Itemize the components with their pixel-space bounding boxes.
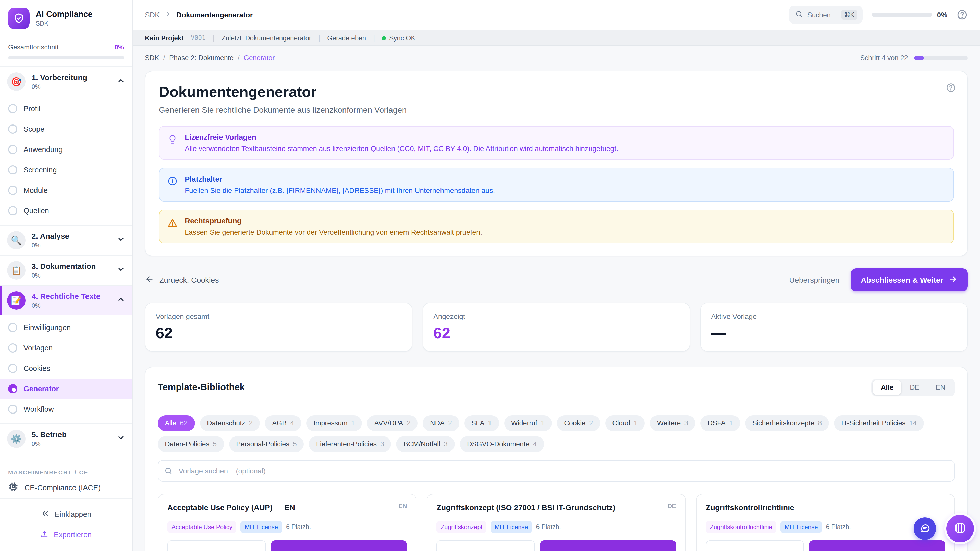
filter-chip-nda[interactable]: NDA2 (423, 415, 459, 431)
ce-compliance-label: CE-Compliance (IACE) (24, 483, 100, 492)
chip-label: AVV/DPA (374, 419, 403, 427)
sync-ok-dot (382, 36, 386, 40)
filter-chip-widerruf[interactable]: Widerruf1 (504, 415, 552, 431)
section-header-2-analyse[interactable]: 🔍2. Analyse0% (0, 225, 132, 255)
info-icon (167, 176, 178, 194)
skip-button[interactable]: Ueberspringen (789, 275, 839, 284)
template-preview-button[interactable] (706, 540, 804, 551)
filter-chip-personal-policies[interactable]: Personal-Policies5 (229, 436, 304, 452)
filter-chip-bcm-notfall[interactable]: BCM/Notfall3 (396, 436, 455, 452)
stat-label: Angezeigt (433, 312, 679, 321)
sidebar-item-quellen[interactable]: Quellen (0, 200, 132, 221)
project-status: Kein Projekt (145, 34, 184, 41)
sidebar-item-scope[interactable]: Scope (0, 119, 132, 139)
sidebar-item-ce-compliance[interactable]: CE-Compliance (IACE) (8, 482, 124, 493)
app-title: AI Compliance (36, 10, 92, 19)
sidebar-item-screening[interactable]: Screening (0, 160, 132, 180)
chip-label: AGB (272, 419, 286, 427)
template-category-tag: Zugriffskonzept (437, 521, 487, 533)
sidebar-item-label: Workflow (24, 405, 54, 413)
filter-chip-sla[interactable]: SLA1 (464, 415, 499, 431)
clipboard-icon: 📋 (7, 261, 25, 279)
sidebar-item-label: Profil (24, 105, 40, 113)
sidebar-item-profil[interactable]: Profil (0, 98, 132, 119)
template-generate-button[interactable] (809, 540, 945, 551)
sidebar-item-anwendung[interactable]: Anwendung (0, 139, 132, 160)
template-preview-button[interactable] (167, 540, 266, 551)
sidebar-item-generator[interactable]: Generator (0, 379, 132, 399)
back-button[interactable]: Zurueck: Cookies (145, 275, 219, 285)
chevron-up-icon (117, 76, 125, 87)
global-search-button[interactable]: Suchen... ⌘K (789, 6, 862, 24)
topbar-breadcrumb-sdk[interactable]: SDK (145, 11, 160, 19)
filter-chip-datenschutz[interactable]: Datenschutz2 (200, 415, 260, 431)
divider: / (163, 54, 165, 62)
sidebar-item-cookies[interactable]: Cookies (0, 358, 132, 379)
section-header-5-betrieb[interactable]: ⚙️5. Betrieb0% (0, 424, 132, 454)
filter-chip-impressum[interactable]: Impressum1 (306, 415, 362, 431)
sidebar-item-einwilligungen[interactable]: Einwilligungen (0, 318, 132, 338)
sidebar-item-vorlagen[interactable]: Vorlagen (0, 338, 132, 358)
sidebar-item-workflow[interactable]: Workflow (0, 399, 132, 419)
radio-icon (8, 364, 18, 373)
sidebar-item-module[interactable]: Module (0, 180, 132, 200)
filter-chip-sicherheitskonzepte[interactable]: Sicherheitskonzepte8 (745, 415, 829, 431)
lang-tab-alle[interactable]: Alle (873, 380, 902, 395)
template-preview-button[interactable] (437, 540, 535, 551)
filter-chip-dsfa[interactable]: DSFA1 (700, 415, 740, 431)
filter-chip-dsgvo-dokumente[interactable]: DSGVO-Dokumente4 (460, 436, 544, 452)
filter-chip-daten-policies[interactable]: Daten-Policies5 (158, 436, 224, 452)
lang-tab-de[interactable]: DE (902, 380, 928, 395)
stat-card-shown: Angezeigt 62 (423, 303, 690, 351)
template-generate-button[interactable] (271, 540, 407, 551)
radio-icon (8, 165, 18, 175)
chat-bubble-icon (919, 522, 931, 535)
filter-chip-lieferanten-policies[interactable]: Lieferanten-Policies3 (309, 436, 391, 452)
section-items: EinwilligungenVorlagenCookiesGeneratorWo… (0, 315, 132, 424)
search-shortcut-kbd: ⌘K (841, 10, 858, 20)
template-language-badge: EN (398, 503, 407, 510)
stat-value: — (711, 324, 957, 342)
section-header-3-dokumentation[interactable]: 📋3. Dokumentation0% (0, 256, 132, 285)
chevron-down-icon (117, 265, 125, 275)
template-generate-button[interactable] (540, 540, 676, 551)
overall-progress-bar (8, 56, 124, 59)
chip-label: Personal-Policies (236, 440, 290, 448)
machine-law-label: MASCHINENRECHT / CE (8, 469, 124, 475)
panel-columns-fab[interactable] (946, 515, 974, 542)
section-progress: 0% (32, 83, 87, 90)
notice-body: Fuellen Sie die Platzhalter (z.B. [FIRME… (185, 186, 495, 194)
collapse-sidebar-button[interactable]: Einklappen (0, 504, 132, 524)
radio-selected-icon (8, 384, 18, 393)
divider: | (213, 34, 215, 41)
filter-chip-cloud[interactable]: Cloud1 (605, 415, 645, 431)
filter-chip-cookie[interactable]: Cookie2 (557, 415, 600, 431)
sidebar-section-2-analyse: 🔍2. Analyse0% (0, 225, 132, 256)
library-header: Template-Bibliothek Alle DE EN (158, 379, 955, 406)
template-search-input[interactable] (158, 460, 955, 482)
feedback-chat-fab[interactable] (914, 517, 936, 540)
stats-row: Vorlagen gesamt 62 Angezeigt 62 Aktive V… (145, 303, 968, 351)
chip-count: 1 (541, 419, 545, 427)
hero-help-icon[interactable] (946, 83, 956, 94)
finish-next-button[interactable]: Abschliessen & Weiter (851, 268, 968, 291)
export-button[interactable]: Exportieren (0, 524, 132, 545)
generator-hero-card: Dokumentengenerator Generieren Sie recht… (145, 71, 968, 256)
breadcrumb-phase[interactable]: Phase 2: Dokumente (169, 54, 234, 62)
chip-label: DSFA (708, 419, 725, 427)
filter-chip-agb[interactable]: AGB4 (265, 415, 301, 431)
sidebar-item-label: Module (24, 186, 48, 194)
breadcrumb-sdk[interactable]: SDK (145, 54, 159, 62)
filter-chip-weitere[interactable]: Weitere3 (650, 415, 695, 431)
template-title: Zugriffskonzept (ISO 27001 / BSI IT-Grun… (437, 503, 620, 513)
help-button[interactable] (956, 9, 968, 21)
section-header-4-rechtliche-texte[interactable]: 📝4. Rechtliche Texte0% (0, 286, 132, 315)
section-header-1-vorbereitung[interactable]: 🎯1. Vorbereitung0% (0, 67, 132, 97)
sidebar-nav: 🎯1. Vorbereitung0%ProfilScopeAnwendungSc… (0, 67, 132, 463)
filter-chip-avv-dpa[interactable]: AVV/DPA2 (367, 415, 418, 431)
lang-tab-en[interactable]: EN (928, 380, 953, 395)
sidebar-item-label: Screening (24, 166, 57, 174)
sidebar-item-label: Einwilligungen (24, 324, 71, 332)
filter-chip-it-sicherheit-policies[interactable]: IT-Sicherheit Policies14 (834, 415, 924, 431)
filter-chip-alle[interactable]: Alle62 (158, 415, 195, 431)
